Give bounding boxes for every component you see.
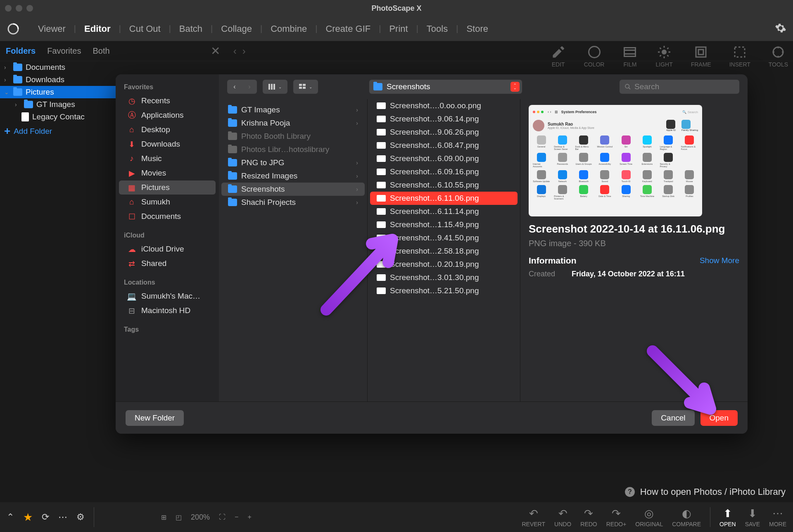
list-item[interactable]: Screenshot…6.10.55.png <box>370 178 518 192</box>
list-item[interactable]: Resized Images› <box>221 169 365 183</box>
list-item[interactable]: PNG to JPG› <box>221 156 365 169</box>
edit-tool[interactable]: EDIT <box>551 45 566 68</box>
light-tool[interactable]: LIGHT <box>655 45 672 68</box>
list-item[interactable]: Screenshot…5.21.50.png <box>370 284 518 297</box>
list-item[interactable]: Screenshot…6.09.16.png <box>370 165 518 178</box>
list-item[interactable]: Screenshot…6.08.47.png <box>370 139 518 152</box>
sidebar-music[interactable]: ♪Music <box>119 152 216 166</box>
zoom-level[interactable]: 200% <box>191 513 210 522</box>
crop-icon[interactable]: ◰ <box>176 513 182 521</box>
open-button[interactable]: ⬆OPEN <box>719 507 736 527</box>
folders-tab[interactable]: Folders <box>4 44 37 58</box>
prev-arrow-icon[interactable]: ‹ <box>233 45 237 57</box>
more-button[interactable]: ⋯MORE <box>769 507 786 527</box>
original-button[interactable]: ◎ORIGINAL <box>635 507 663 527</box>
sidebar-mac[interactable]: 💻Sumukh's Mac… <box>119 289 216 303</box>
close-window[interactable] <box>5 5 12 12</box>
tab-print[interactable]: Print <box>381 24 416 34</box>
zoom-window[interactable] <box>26 5 33 12</box>
star-icon[interactable]: ★ <box>23 511 33 524</box>
sidebar-downloads[interactable]: ⬇Downloads <box>119 137 216 151</box>
list-item[interactable]: Screenshot…6.11.14.png <box>370 205 518 218</box>
settings-gear-icon[interactable] <box>775 22 786 36</box>
view-mode-button[interactable]: ⌄ <box>263 80 287 94</box>
forward-button[interactable]: › <box>242 80 257 94</box>
back-button[interactable]: ‹ <box>227 80 242 94</box>
minimize-window[interactable] <box>16 5 22 12</box>
redo-button[interactable]: ↷REDO <box>580 507 597 527</box>
tab-batch[interactable]: Batch <box>171 24 211 34</box>
sidebar-pictures[interactable]: ▦Pictures <box>119 180 216 195</box>
tab-tools[interactable]: Tools <box>418 24 456 34</box>
favorites-tab[interactable]: Favorites <box>45 44 83 58</box>
redo-plus-button[interactable]: ↷REDO+ <box>606 507 627 527</box>
show-more-link[interactable]: Show More <box>700 256 739 265</box>
tree-gtimages[interactable]: ›GT Images <box>0 98 116 111</box>
search-input[interactable]: Search <box>620 80 739 94</box>
list-item[interactable]: Screenshot…2.58.18.png <box>370 245 518 258</box>
list-item[interactable]: Screenshot…9.06.26.png <box>370 126 518 139</box>
path-dropdown[interactable]: Screenshots ⌃⌄ <box>369 80 522 94</box>
grid-icon[interactable]: ⊞ <box>161 513 166 521</box>
tree-legacy[interactable]: Legacy Contac <box>0 111 116 123</box>
sidebar-home[interactable]: ⌂Sumukh <box>119 195 216 209</box>
list-item[interactable]: Screenshot…9.06.14.png <box>370 112 518 126</box>
tree-documents[interactable]: ›Documents <box>0 61 116 74</box>
tree-pictures[interactable]: ⌄Pictures <box>0 86 116 98</box>
sidebar-applications[interactable]: ⒶApplications <box>119 108 216 122</box>
add-folder[interactable]: +Add Folder <box>0 123 116 139</box>
tab-editor[interactable]: Editor <box>76 24 119 34</box>
help-tip[interactable]: ? How to open Photos / iPhoto Library <box>624 487 786 497</box>
tab-collage[interactable]: Collage <box>213 24 260 34</box>
close-icon[interactable]: ✕ <box>211 44 220 58</box>
list-item[interactable]: Shachi Projects› <box>221 196 365 209</box>
save-button[interactable]: ⬇SAVE <box>745 507 760 527</box>
list-item[interactable]: Krishna Pooja› <box>221 116 365 130</box>
open-button[interactable]: Open <box>700 410 738 426</box>
fit-icon[interactable]: ⛶ <box>219 513 226 521</box>
sidebar-recents[interactable]: ◷Recents <box>119 94 216 108</box>
list-item[interactable]: Screenshot…6.09.00.png <box>370 152 518 165</box>
list-item[interactable]: GT Images› <box>221 103 365 116</box>
insert-tool[interactable]: INSERT <box>729 45 750 68</box>
undo-button[interactable]: ↶UNDO <box>554 507 571 527</box>
new-folder-button[interactable]: New Folder <box>126 410 184 426</box>
list-item[interactable]: Photos Libr…hotoslibrary <box>221 143 365 156</box>
list-item[interactable]: Screenshot…1.15.49.png <box>370 218 518 231</box>
list-item[interactable]: Screenshots› <box>221 183 365 196</box>
color-tool[interactable]: COLOR <box>584 45 605 68</box>
gear-icon[interactable]: ⚙ <box>76 512 85 522</box>
zoom-out-icon[interactable]: − <box>235 513 238 521</box>
tab-store[interactable]: Store <box>458 24 496 34</box>
more-dots-icon[interactable]: ⋯ <box>58 512 67 522</box>
list-item[interactable]: Screenshot…9.41.50.png <box>370 231 518 245</box>
refresh-icon[interactable]: ⟳ <box>42 512 49 522</box>
tab-cutout[interactable]: Cut Out <box>121 24 169 34</box>
frame-tool[interactable]: FRAME <box>691 45 711 68</box>
list-item[interactable]: Screenshot…3.01.30.png <box>370 271 518 284</box>
sidebar-documents[interactable]: ☐Documents <box>119 209 216 223</box>
film-tool[interactable]: FILM <box>622 45 637 68</box>
sidebar-icloud[interactable]: ☁iCloud Drive <box>119 242 216 256</box>
list-item-selected[interactable]: Screenshot…6.11.06.png <box>370 192 518 205</box>
both-tab[interactable]: Both <box>91 44 112 58</box>
group-button[interactable]: ⌄ <box>293 80 318 94</box>
list-item[interactable]: Screenshot…0.20.19.png <box>370 258 518 271</box>
sidebar-shared[interactable]: ⇄Shared <box>119 256 216 271</box>
expand-up-icon[interactable]: ⌃ <box>7 512 14 522</box>
tree-downloads[interactable]: ›Downloads <box>0 74 116 86</box>
tab-creategif[interactable]: Create GIF <box>317 24 379 34</box>
list-item[interactable]: Screenshot….0.oo.oo.png <box>370 99 518 112</box>
tab-viewer[interactable]: Viewer <box>30 24 74 34</box>
tools-tool[interactable]: TOOLS <box>769 45 788 68</box>
sidebar-disk[interactable]: ⊟Macintosh HD <box>119 304 216 318</box>
revert-button[interactable]: ↶REVERT <box>522 507 545 527</box>
sidebar-movies[interactable]: ▶Movies <box>119 166 216 180</box>
tab-combine[interactable]: Combine <box>262 24 315 34</box>
zoom-in-icon[interactable]: + <box>247 513 251 521</box>
sidebar-desktop[interactable]: ⌂Desktop <box>119 123 216 137</box>
cancel-button[interactable]: Cancel <box>652 410 694 426</box>
list-item[interactable]: Photo Booth Library <box>221 130 365 143</box>
compare-button[interactable]: ◐COMPARE <box>672 507 701 527</box>
next-arrow-icon[interactable]: › <box>242 45 246 57</box>
